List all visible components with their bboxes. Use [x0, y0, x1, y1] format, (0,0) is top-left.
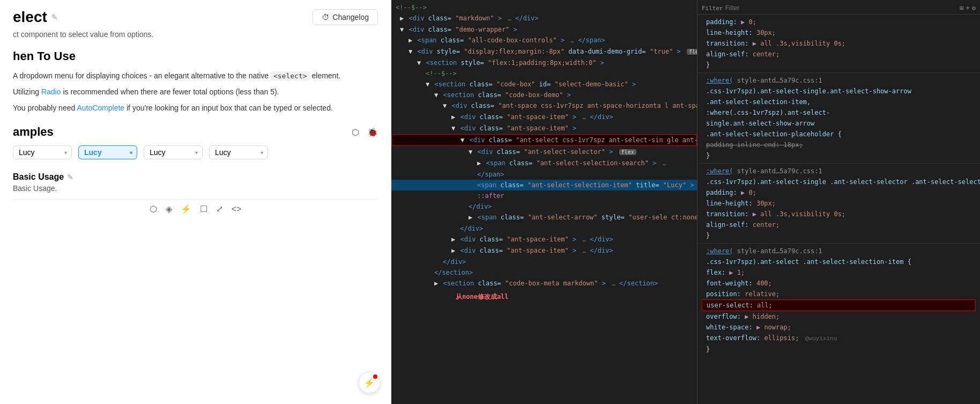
css-selector-line: :where( style-antd…5a79c.css:1	[702, 75, 976, 86]
dom-line[interactable]: ▼ <div class= "ant-space css-1vr7spz ant…	[391, 100, 697, 112]
css-prop-line: line-height: 30px;	[702, 198, 976, 209]
toolbar-icon-copy[interactable]: ☐	[200, 204, 207, 214]
basic-usage-edit-icon[interactable]: ✎	[67, 173, 73, 181]
devtools-css-panel: Filter ⊞ + ⚙ padding: ▶ 0; line-height: …	[697, 0, 980, 404]
dom-line: </div>	[391, 223, 697, 234]
annotation-line: 从none修改成all	[391, 291, 697, 302]
examples-header: amples ⬡ 🐞	[13, 125, 378, 139]
dom-line[interactable]: ▼ <section class= "code-box" id= "select…	[391, 79, 697, 90]
expand-icon[interactable]: ⊞	[960, 4, 963, 12]
page-title: elect	[13, 9, 47, 26]
css-brace: }	[702, 60, 976, 70]
select-arrow-1: ▾	[64, 150, 67, 156]
description-2: Utilizing Radio is recommended when ther…	[13, 86, 378, 99]
dom-line[interactable]: ▶ <span class= "ant-select-arrow" style=…	[391, 212, 697, 223]
css-selector-line: .ant-select-selection-placeholder {	[702, 129, 976, 139]
select-lucy-4[interactable]: Lucy ▾	[209, 145, 268, 159]
page-header: elect ✎ ⏱ Changelog	[13, 9, 378, 26]
basic-usage-desc: Basic Usage.	[13, 184, 378, 193]
select-value-4: Lucy	[215, 148, 231, 157]
css-prop-line: overflow: ▶ hidden;	[702, 311, 976, 322]
dom-line: </span>	[391, 169, 697, 180]
examples-title: amples	[13, 125, 54, 139]
css-prop-line: align-self: center;	[702, 49, 976, 60]
radio-link[interactable]: Radio	[41, 87, 61, 96]
css-prop-line: flex: ▶ 1;	[702, 267, 976, 278]
dom-line[interactable]: ▼ <section class= "code-box-demo" >	[391, 90, 697, 100]
css-prop-line: padding: ▶ 0;	[702, 187, 976, 198]
toolbar-icon-1[interactable]: ⬡	[150, 204, 157, 214]
dom-line[interactable]: ▶ <div class= "ant-space-item" > … </div…	[391, 234, 697, 245]
css-selector-line: .css-1vr7spz).ant-select-single.ant-sele…	[702, 86, 976, 97]
dom-line[interactable]: ▼ <section style= "flex:1;padding:8px;wi…	[391, 57, 697, 68]
code-expand-icon[interactable]: ⬡	[350, 127, 361, 137]
settings-icon[interactable]: ⚙	[972, 4, 976, 12]
select-lucy-1[interactable]: Lucy ▾	[13, 145, 72, 159]
autocomplete-link[interactable]: AutoComplete	[77, 104, 124, 112]
wifi-off-icon: ⚡	[364, 378, 375, 388]
css-filter-bar: Filter ⊞ + ⚙	[697, 2, 980, 14]
css-prop-line: transition: ▶ all .3s,visibility 0s;	[702, 38, 976, 49]
dom-line: ::after	[391, 190, 697, 201]
css-selector-line: .css-1vr7spz).ant-select-single .ant-sel…	[702, 177, 976, 187]
page-subtitle: ct component to select value from option…	[13, 30, 378, 39]
css-block-2: :where( style-antd…5a79c.css:1 .css-1vr7…	[697, 72, 980, 163]
css-prop-line: text-overflow: ellipsis; @wuyixinu	[702, 333, 976, 344]
css-selector-line: :where( style-antd…5a79c.css:1	[702, 246, 976, 256]
changelog-button[interactable]: ⏱ Changelog	[313, 9, 378, 25]
dom-line[interactable]: ▶ <span class= "ant-select-selection-sea…	[391, 158, 697, 169]
select-value-3: Lucy	[150, 148, 166, 157]
filter-label: Filter	[702, 5, 723, 12]
toolbar-icon-code[interactable]: <>	[232, 204, 242, 214]
select-arrow-4: ▾	[261, 150, 263, 156]
toolbar-icon-3[interactable]: ⚡	[181, 204, 191, 214]
dom-line[interactable]: ▼ <div class= "ant-select-selector" > fl…	[391, 146, 697, 158]
code-toolbar: ⬡ ◈ ⚡ ☐ ⤢ <>	[13, 199, 378, 218]
css-brace: }	[702, 150, 976, 161]
dom-line-selected[interactable]: <span class= "ant-select-selection-item"…	[391, 180, 697, 190]
css-brace: }	[702, 230, 976, 241]
toolbar-icon-2[interactable]: ◈	[166, 204, 172, 214]
dom-line: </section>	[391, 267, 697, 278]
dom-line[interactable]: ▶ <span class= "all-code-box-controls" >…	[391, 35, 697, 46]
css-filter-input[interactable]	[725, 4, 958, 12]
dom-line: </div>	[391, 256, 697, 267]
basic-usage-title: Basic Usage	[13, 172, 64, 182]
basic-usage-header: Basic Usage ✎	[13, 172, 378, 182]
dom-line[interactable]: ▶ <div class= "ant-space-item" > … </div…	[391, 245, 697, 256]
css-prop-highlighted[interactable]: user-select: all;	[702, 299, 976, 311]
dom-line: <!--$-->	[391, 68, 697, 79]
page-title-edit-icon[interactable]: ✎	[51, 13, 58, 21]
bug-icon[interactable]: 🐞	[367, 127, 378, 137]
dom-line[interactable]: ▼ <div class= "ant-space-item" >	[391, 123, 697, 134]
dom-line[interactable]: ▼ <div class= "demo-wrapper" >	[391, 24, 697, 35]
dom-line[interactable]: ▼ <div style= "display:flex;margin:-8px"…	[391, 46, 697, 57]
css-prop-line: padding-inline-end: 18px;	[702, 139, 976, 150]
floating-action-button[interactable]: ⚡	[359, 372, 380, 393]
description-3: You probably need AutoComplete if you're…	[13, 102, 378, 115]
css-brace: }	[702, 344, 976, 355]
select-arrow-2: ▾	[130, 150, 132, 156]
dom-line[interactable]: ▶ <div class= "ant-space-item" > … </div…	[391, 112, 697, 123]
notification-dot	[373, 374, 377, 379]
css-selector-line: .ant-select-selection-item,	[702, 97, 976, 107]
css-block-3: :where( style-antd…5a79c.css:1 .css-1vr7…	[697, 163, 980, 243]
css-prop-line: white-space: ▶ nowrap;	[702, 322, 976, 333]
dom-line[interactable]: ▶ <div class= "markdown" > … </div>	[391, 13, 697, 24]
css-selector-line: single.ant-select-show-arrow	[702, 118, 976, 129]
select-lucy-2[interactable]: Lucy ▾	[78, 145, 137, 159]
add-rule-icon[interactable]: +	[966, 4, 970, 12]
select-arrow-3: ▾	[195, 150, 198, 156]
toolbar-icon-expand[interactable]: ⤢	[216, 204, 223, 214]
select-value-2: Lucy	[84, 148, 102, 157]
css-prop-line: padding: ▶ 0;	[702, 17, 976, 27]
dom-line: </div>	[391, 201, 697, 212]
dom-line[interactable]: ▶ <section class= "code-box-meta markdow…	[391, 278, 697, 289]
select-lucy-3[interactable]: Lucy ▾	[144, 145, 203, 159]
css-block-4: :where( style-antd…5a79c.css:1 .css-1vr7…	[697, 243, 980, 357]
css-selector-line: :where( style-antd…5a79c.css:1	[702, 166, 976, 177]
devtools-dom-panel[interactable]: <!--$--> ▶ <div class= "markdown" > … </…	[391, 0, 697, 404]
clock-icon: ⏱	[322, 13, 329, 21]
dom-line-highlighted[interactable]: ▼ <div class= "ant-select css-1vr7spz an…	[391, 134, 697, 146]
page-title-row: elect ✎	[13, 9, 58, 26]
